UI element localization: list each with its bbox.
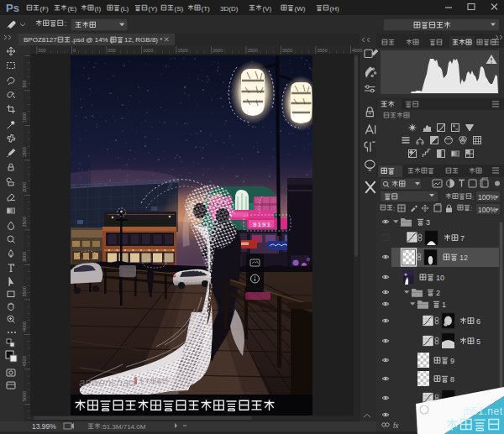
svg-text:13.99%: 13.99% bbox=[32, 422, 56, 431]
svg-text:(S): (S) bbox=[175, 5, 184, 13]
svg-text:3500: 3500 bbox=[318, 48, 328, 53]
svg-text:1000: 1000 bbox=[22, 112, 27, 123]
svg-text::: : bbox=[65, 19, 66, 28]
svg-text:(L): (L) bbox=[121, 5, 129, 13]
svg-text:1500: 1500 bbox=[178, 48, 188, 53]
svg-text:BPOZ8127: BPOZ8127 bbox=[24, 36, 57, 44]
svg-text:6: 6 bbox=[476, 317, 480, 326]
svg-text:9191: 9191 bbox=[253, 221, 271, 228]
svg-text:(E): (E) bbox=[68, 5, 77, 13]
svg-text:fx: fx bbox=[393, 421, 399, 430]
svg-text:.psd @ 14% (: .psd @ 14% ( bbox=[71, 36, 113, 44]
svg-text:(H): (H) bbox=[330, 5, 339, 13]
svg-text:2500: 2500 bbox=[22, 217, 27, 227]
svg-text:1000: 1000 bbox=[143, 48, 153, 53]
svg-text:4000: 4000 bbox=[352, 48, 362, 53]
svg-text:(I): (I) bbox=[95, 5, 102, 13]
svg-text:10: 10 bbox=[436, 274, 444, 282]
svg-text:5000: 5000 bbox=[22, 391, 27, 401]
svg-text:jb51.net: jb51.net bbox=[462, 405, 503, 417]
svg-text:(Y): (Y) bbox=[149, 5, 158, 13]
svg-text:4500: 4500 bbox=[22, 356, 27, 366]
svg-text:100%: 100% bbox=[478, 193, 496, 201]
svg-text:2: 2 bbox=[436, 289, 440, 297]
svg-text:100%: 100% bbox=[478, 206, 496, 214]
svg-text:anwenchao: anwenchao bbox=[79, 376, 135, 389]
svg-text:3000: 3000 bbox=[282, 48, 292, 53]
svg-text:0: 0 bbox=[73, 48, 76, 53]
svg-text:5: 5 bbox=[476, 337, 480, 346]
svg-text:1500: 1500 bbox=[22, 147, 27, 157]
svg-text::: : bbox=[470, 205, 472, 212]
svg-text:(F): (F) bbox=[40, 5, 50, 13]
svg-text:3: 3 bbox=[426, 218, 430, 227]
svg-text:3500: 3500 bbox=[22, 286, 27, 296]
svg-text:2500: 2500 bbox=[248, 48, 258, 53]
svg-text:500: 500 bbox=[39, 48, 46, 53]
svg-text::: : bbox=[393, 205, 395, 212]
svg-text:3D(D): 3D(D) bbox=[220, 5, 239, 13]
svg-text::51.3M/714.0M: :51.3M/714.0M bbox=[101, 423, 146, 431]
svg-text:Ps: Ps bbox=[6, 2, 19, 14]
svg-text:4000: 4000 bbox=[22, 322, 27, 332]
svg-text:500: 500 bbox=[108, 48, 116, 53]
svg-text:2000: 2000 bbox=[22, 182, 27, 192]
svg-text:12, RGB/8) *: 12, RGB/8) * bbox=[124, 36, 162, 44]
svg-text:8: 8 bbox=[450, 375, 454, 384]
svg-text:(V): (V) bbox=[263, 5, 272, 13]
svg-text:7: 7 bbox=[460, 234, 465, 243]
svg-text:12: 12 bbox=[459, 254, 468, 262]
svg-text:2000: 2000 bbox=[213, 48, 223, 53]
svg-text::: : bbox=[472, 194, 474, 201]
svg-text:9: 9 bbox=[450, 357, 454, 365]
svg-text:1: 1 bbox=[442, 301, 446, 309]
svg-text:(W): (W) bbox=[295, 5, 306, 13]
svg-text:500: 500 bbox=[22, 80, 27, 87]
svg-text:3000: 3000 bbox=[22, 252, 27, 262]
svg-text:(T): (T) bbox=[202, 5, 211, 13]
